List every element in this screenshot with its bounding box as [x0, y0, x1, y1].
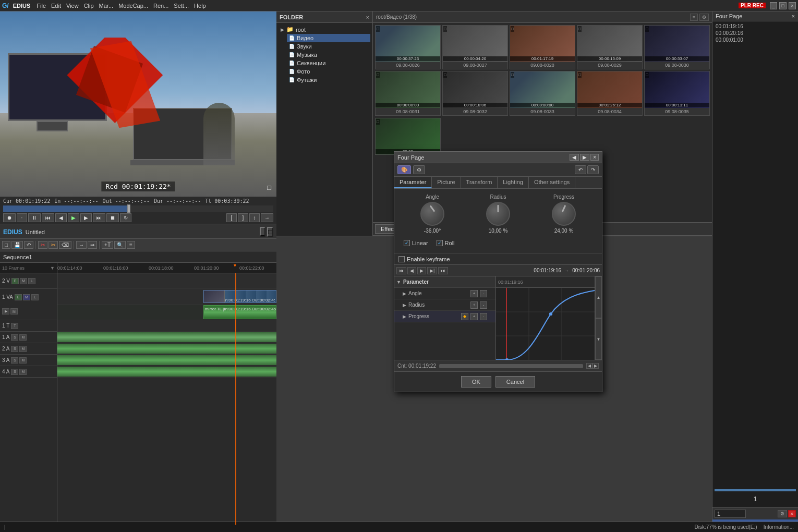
kf-section-parameter[interactable]: ▼ Parameter — [394, 276, 495, 288]
clip-card-8[interactable]: □ 00:01:26:12 09.08-0034 — [577, 71, 643, 115]
dialog-tab-transform[interactable]: Transform — [461, 177, 498, 188]
menu-help[interactable]: Help — [194, 3, 206, 9]
folder-video[interactable]: 📄 Видео — [287, 34, 370, 42]
progress-knob[interactable] — [552, 202, 576, 226]
kf-angle-add-btn[interactable]: + — [470, 290, 478, 297]
dialog-tab-picture[interactable]: Picture — [432, 177, 461, 188]
info-close-x-btn[interactable]: × — [788, 510, 796, 517]
save-btn[interactable]: 💾 — [11, 241, 23, 249]
folder-footage[interactable]: 📄 Футажи — [287, 76, 370, 84]
track-2v-vis[interactable]: E — [11, 278, 19, 284]
new-seq-btn[interactable]: □ — [2, 241, 10, 249]
clip-card-1[interactable]: □ 00:00:04:20 09.08-0027 — [442, 25, 508, 69]
bin-toolbar-btn1[interactable]: ≡ — [690, 14, 698, 21]
scrubber-handle[interactable] — [127, 204, 130, 213]
folder-music[interactable]: 📄 Музыка — [287, 51, 370, 59]
folder-root[interactable]: ▶ 📁 root — [279, 25, 370, 34]
editor-maximize[interactable]: □ — [267, 227, 273, 237]
close-button[interactable]: × — [789, 2, 796, 9]
overwrite-btn[interactable]: ⇒ — [88, 241, 97, 249]
menu-file[interactable]: File — [37, 3, 46, 9]
mixer-btn[interactable]: ≡ — [127, 241, 135, 249]
ripple-button[interactable]: → — [261, 213, 273, 222]
menu-sett[interactable]: Sett... — [174, 3, 189, 9]
menu-view[interactable]: View — [66, 3, 79, 9]
kf-btn-play[interactable]: ▶ — [417, 267, 426, 274]
track-2a-btn1[interactable]: S — [11, 346, 18, 352]
track-1va-audio-mute[interactable]: M — [10, 308, 18, 315]
menu-edit[interactable]: Edit — [51, 3, 61, 9]
dialog-next-btn[interactable]: ▶ — [580, 154, 589, 161]
kf-progress-add-btn[interactable]: + — [470, 313, 478, 320]
clip-card-6[interactable]: □ 00:00:18:06 09.08-0032 — [442, 71, 508, 115]
track-4a-btn2[interactable]: M — [19, 369, 27, 375]
cancel-button[interactable]: Cancel — [495, 376, 535, 388]
dialog-paint-btn[interactable]: 🎨 — [397, 165, 411, 174]
rewind-button[interactable]: ⏮ — [42, 213, 54, 222]
preview-stop-btn[interactable]: □ — [267, 184, 271, 191]
track-1va-mute[interactable]: M — [23, 294, 30, 300]
dialog-undo-btn[interactable]: ↶ — [575, 165, 586, 174]
linear-checkbox[interactable]: ✓ Linear — [404, 240, 428, 246]
clip-card-0[interactable]: □ 00:00:37:23 09.08-0026 — [375, 25, 441, 69]
clip-card-7[interactable]: □ 00:00:00:00 09.08-0033 — [510, 71, 575, 115]
dialog-fx-btn[interactable]: ⚙ — [413, 165, 425, 174]
roll-checkbox[interactable]: ✓ Roll — [437, 240, 455, 246]
clip-card-4[interactable]: □ 00:00:53:07 09.08-0030 — [644, 25, 710, 69]
four-page-dialog[interactable]: Four Page ◀ ▶ × 🎨 ⚙ ↶ ↷ Parameter Pictur… — [394, 151, 602, 392]
track-add-btn[interactable]: +T — [102, 241, 113, 249]
kf-btn-first[interactable]: ⏮ — [396, 267, 406, 274]
kf-scroll-down[interactable]: ▼ — [595, 318, 602, 360]
frames-dropdown[interactable]: ▼ — [50, 265, 55, 271]
folder-sounds[interactable]: 📄 Звуки — [287, 42, 370, 51]
menu-modecap[interactable]: ModeCap... — [118, 3, 148, 9]
fast-forward-button[interactable]: ⏭ — [93, 213, 105, 222]
clip-card-3[interactable]: □ 00:00:15:09 09.08-0029 — [577, 25, 643, 69]
track-1t-btn[interactable]: T — [11, 323, 18, 329]
track-1va-audio-vis[interactable]: ▶ — [2, 308, 9, 315]
track-1a-btn1[interactable]: S — [11, 334, 18, 341]
kf-btn-last[interactable]: ⏭ — [438, 267, 448, 274]
clip-card-5[interactable]: □ 00:00:00:00 09.08-0031 — [375, 71, 441, 115]
loop-button[interactable]: ↻ — [120, 213, 131, 222]
folder-close-btn[interactable]: × — [366, 14, 369, 20]
folder-photos[interactable]: 📄 Фото — [287, 67, 370, 76]
information-btn[interactable]: Information... — [764, 524, 794, 530]
menu-clip[interactable]: Clip — [84, 3, 94, 9]
record-button[interactable]: ⏺ — [3, 213, 16, 222]
dialog-tab-lighting[interactable]: Lighting — [498, 177, 529, 188]
angle-knob[interactable] — [420, 202, 444, 226]
clip-card-2[interactable]: □ 00:01:17:19 09.08-0028 — [510, 25, 575, 69]
kf-radius-del-btn[interactable]: - — [480, 301, 487, 309]
bin-toolbar-btn2[interactable]: ⚙ — [699, 14, 709, 21]
track-3a-btn2[interactable]: M — [19, 357, 27, 364]
keyframe-checkbox[interactable] — [398, 256, 405, 262]
dialog-redo-btn[interactable]: ↷ — [587, 165, 599, 174]
folder-sequences[interactable]: 📄 Секвенции — [287, 59, 370, 67]
stop-button[interactable]: ⏹ — [106, 213, 119, 222]
split-button[interactable]: ↕ — [249, 213, 260, 222]
track-1va-lock[interactable]: L — [31, 294, 39, 300]
delete-btn[interactable]: ✂ — [38, 241, 47, 249]
kf-scroll-right[interactable]: ▶ — [593, 363, 599, 369]
track-1va-vis[interactable]: E — [15, 294, 22, 300]
kf-progress-diamond-btn[interactable]: ◆ — [461, 313, 468, 320]
kf-btn-next[interactable]: ▶| — [427, 267, 437, 274]
dot-button[interactable]: · — [17, 213, 27, 222]
kf-scroll-left[interactable]: ◀ — [586, 363, 593, 369]
dialog-tab-parameter[interactable]: Parameter — [394, 177, 432, 188]
clip-card-extra[interactable]: □ 09.08 — [375, 118, 441, 155]
scrubber[interactable] — [3, 205, 273, 212]
track-1a-btn2[interactable]: M — [19, 334, 27, 341]
info-input[interactable] — [715, 510, 746, 518]
dialog-prev-btn[interactable]: ◀ — [570, 154, 579, 161]
clip-1va-video[interactable]: mirror TL [In:00:01:19:16 Out:00:02:45:0… — [203, 290, 276, 303]
clip-1va-audio[interactable]: mirror TL [In:00:01:19:16 Out:00:02:45:0… — [203, 305, 276, 319]
dialog-tab-other[interactable]: Other settings — [529, 177, 575, 188]
cut-btn[interactable]: ✂ — [49, 241, 58, 249]
play-button[interactable]: ▶ — [68, 213, 79, 222]
track-3a-btn1[interactable]: S — [11, 357, 18, 364]
ripple-del-btn[interactable]: ⌫ — [59, 241, 71, 249]
ok-button[interactable]: OK — [461, 376, 491, 388]
step-forward-button[interactable]: ▶ — [80, 213, 92, 222]
